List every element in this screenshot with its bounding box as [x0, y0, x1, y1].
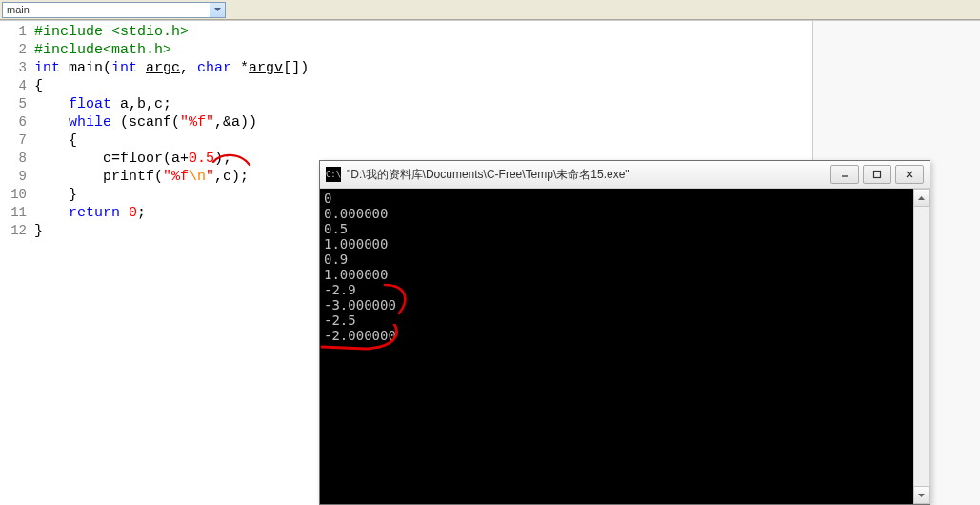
- line-number: 9: [0, 168, 34, 186]
- line-number: 2: [0, 41, 34, 59]
- code-line[interactable]: 1#include <stdio.h>: [0, 23, 812, 41]
- console-app-icon: C:\: [326, 167, 341, 182]
- code-line[interactable]: 6 while (scanf("%f",&a)): [0, 113, 812, 131]
- symbol-dropdown-value: main: [7, 4, 30, 15]
- console-window: C:\ "D:\我的资料库\Documents\C-Free\Temp\未命名1…: [319, 160, 930, 505]
- code-line[interactable]: 7 {: [0, 131, 812, 150]
- line-number: 10: [0, 186, 34, 204]
- symbol-dropdown[interactable]: main: [2, 2, 226, 18]
- line-number: 8: [0, 150, 34, 168]
- line-number: 11: [0, 204, 34, 222]
- svg-marker-5: [918, 196, 925, 200]
- code-content[interactable]: #include<math.h>: [34, 41, 812, 59]
- svg-rect-2: [874, 172, 881, 178]
- chevron-down-icon[interactable]: [210, 3, 225, 17]
- code-content[interactable]: {: [34, 77, 812, 95]
- line-number: 3: [0, 59, 34, 77]
- line-number: 6: [0, 113, 34, 131]
- line-number: 12: [0, 222, 34, 240]
- scroll-down-button[interactable]: [913, 486, 930, 504]
- scroll-up-button[interactable]: [913, 189, 930, 207]
- line-number: 1: [0, 23, 34, 41]
- code-content[interactable]: #include <stdio.h>: [34, 23, 812, 41]
- maximize-button[interactable]: [863, 165, 891, 184]
- code-content[interactable]: while (scanf("%f",&a)): [34, 113, 812, 131]
- code-content[interactable]: int main(int argc, char *argv[]): [34, 59, 812, 77]
- console-scrollbar[interactable]: [913, 189, 930, 504]
- code-content[interactable]: float a,b,c;: [34, 95, 812, 113]
- minimize-button[interactable]: [830, 165, 859, 184]
- svg-marker-6: [918, 494, 925, 497]
- line-number: 5: [0, 95, 34, 113]
- code-content[interactable]: {: [34, 131, 812, 150]
- code-line[interactable]: 5 float a,b,c;: [0, 95, 812, 113]
- console-titlebar[interactable]: C:\ "D:\我的资料库\Documents\C-Free\Temp\未命名1…: [320, 161, 930, 189]
- toolbar: main: [0, 0, 980, 20]
- line-number: 7: [0, 131, 34, 150]
- close-button[interactable]: [895, 165, 924, 184]
- code-line[interactable]: 4{: [0, 77, 812, 95]
- code-line[interactable]: 3int main(int argc, char *argv[]): [0, 59, 812, 77]
- scroll-track[interactable]: [913, 207, 930, 486]
- console-text: 0 0.000000 0.5 1.000000 0.9 1.000000 -2.…: [324, 191, 910, 343]
- line-number: 4: [0, 77, 34, 95]
- console-output: 0 0.000000 0.5 1.000000 0.9 1.000000 -2.…: [320, 189, 913, 504]
- code-line[interactable]: 2#include<math.h>: [0, 41, 812, 59]
- svg-marker-0: [214, 8, 221, 11]
- console-title: "D:\我的资料库\Documents\C-Free\Temp\未命名15.ex…: [347, 167, 830, 183]
